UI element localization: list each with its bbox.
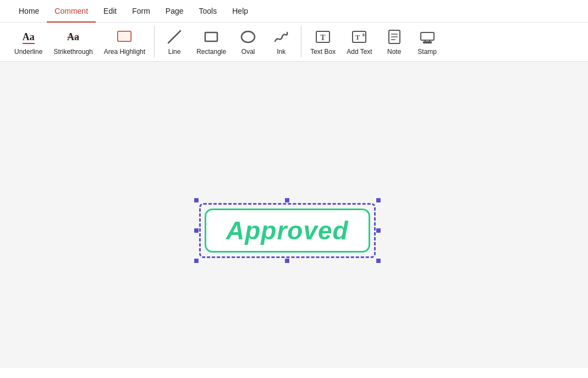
stamp-outer: Approved (204, 207, 371, 254)
add-text-label: Add Text (347, 48, 372, 56)
stamp-button[interactable]: Stamp (411, 26, 444, 58)
resize-handle-bl[interactable] (194, 258, 199, 264)
svg-rect-1 (118, 31, 131, 41)
toolbar-group-annotations: T Text Box T + Add Text (301, 26, 447, 58)
rectangle-icon (202, 28, 220, 46)
menu-tools[interactable]: Tools (191, 3, 225, 19)
stamp-selection-border (199, 203, 376, 258)
ink-label: Ink (277, 48, 285, 56)
stamp-container[interactable]: Approved (204, 207, 371, 254)
resize-handle-tl[interactable] (194, 198, 199, 203)
strikethrough-label: Strikethrough (53, 48, 92, 56)
note-label: Note (387, 48, 401, 56)
menu-help[interactable]: Help (224, 3, 256, 19)
resize-handle-tr[interactable] (376, 198, 381, 203)
line-label: Line (168, 48, 181, 56)
text-box-icon: T (314, 28, 332, 46)
svg-point-4 (241, 31, 255, 42)
area-highlight-label: Area Highlight (104, 48, 145, 56)
underline-label: Underline (14, 48, 42, 56)
resize-handle-tm[interactable] (284, 198, 290, 203)
toolbar-group-shapes: Line Rectangle Oval (154, 26, 301, 58)
note-button[interactable]: Note (378, 26, 411, 58)
note-icon (386, 28, 403, 46)
stamp-icon (419, 28, 436, 46)
add-text-icon: T + (350, 28, 368, 46)
menu-edit[interactable]: Edit (96, 3, 124, 19)
underline-icon: Aa (20, 28, 37, 46)
oval-label: Oval (241, 48, 255, 56)
svg-line-2 (168, 31, 180, 43)
strikethrough-icon: Aa (64, 28, 82, 46)
menu-bar: Home Comment Edit Form Page Tools Help (0, 0, 588, 23)
line-button[interactable]: Line (158, 26, 191, 58)
area-highlight-icon (116, 28, 133, 46)
strikethrough-button[interactable]: Aa Strikethrough (48, 26, 98, 58)
rectangle-label: Rectangle (196, 48, 226, 56)
menu-home[interactable]: Home (11, 3, 47, 19)
resize-handle-br[interactable] (376, 258, 381, 264)
underline-button[interactable]: Aa Underline (9, 26, 48, 58)
canvas-area[interactable]: Approved (0, 62, 588, 368)
resize-handle-ml[interactable] (194, 228, 199, 233)
svg-text:T: T (355, 33, 360, 41)
area-highlight-button[interactable]: Area Highlight (98, 26, 151, 58)
add-text-button[interactable]: T + Add Text (341, 26, 377, 58)
line-icon (166, 28, 183, 46)
toolbar-group-text: Aa Underline Aa Strikethrough Area Highl… (6, 26, 154, 58)
svg-text:+: + (362, 31, 365, 38)
stamp-label: Stamp (417, 48, 437, 56)
ink-button[interactable]: Ink (265, 26, 298, 58)
rectangle-button[interactable]: Rectangle (191, 26, 232, 58)
menu-page[interactable]: Page (158, 3, 191, 19)
oval-button[interactable]: Oval (232, 26, 265, 58)
menu-comment[interactable]: Comment (47, 3, 96, 19)
svg-text:T: T (321, 34, 326, 42)
text-box-label: Text Box (310, 48, 336, 56)
text-box-button[interactable]: T Text Box (305, 26, 341, 58)
svg-rect-15 (423, 41, 432, 43)
svg-rect-14 (421, 32, 434, 40)
svg-rect-3 (205, 32, 217, 41)
menu-form[interactable]: Form (124, 3, 158, 19)
oval-icon (239, 28, 257, 46)
resize-handle-bm[interactable] (284, 258, 290, 264)
ink-icon (272, 28, 290, 46)
resize-handle-mr[interactable] (376, 228, 381, 233)
toolbar: Aa Underline Aa Strikethrough Area Highl… (0, 23, 588, 62)
